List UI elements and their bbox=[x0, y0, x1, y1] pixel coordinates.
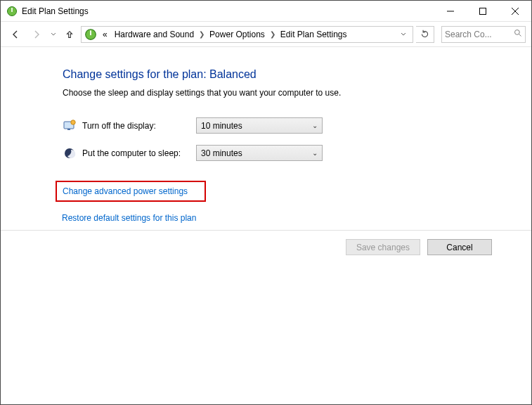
search-icon bbox=[514, 29, 522, 39]
svg-rect-11 bbox=[67, 129, 70, 130]
svg-rect-3 bbox=[480, 8, 486, 15]
power-options-icon bbox=[6, 6, 18, 17]
page-subtext: Choose the sleep and display settings th… bbox=[63, 88, 531, 98]
svg-line-9 bbox=[519, 34, 521, 37]
display-timeout-select[interactable]: 10 minutes ⌄ bbox=[196, 117, 323, 134]
chevron-down-icon: ⌄ bbox=[312, 122, 318, 129]
window-controls bbox=[434, 1, 531, 21]
close-button[interactable] bbox=[499, 1, 531, 22]
address-bar[interactable]: « Hardware and Sound ❯ Power Options ❯ E… bbox=[81, 26, 413, 43]
search-placeholder: Search Co... bbox=[445, 30, 514, 39]
breadcrumb-item[interactable]: Hardware and Sound bbox=[112, 27, 197, 42]
search-input[interactable]: Search Co... bbox=[441, 26, 526, 43]
display-label: Turn off the display: bbox=[82, 121, 196, 131]
refresh-button[interactable] bbox=[416, 26, 434, 43]
svg-rect-7 bbox=[90, 30, 91, 35]
setting-row-sleep: Put the computer to sleep: 30 minutes ⌄ bbox=[63, 145, 531, 161]
power-options-icon bbox=[84, 28, 97, 41]
display-icon bbox=[63, 119, 77, 133]
sleep-timeout-select[interactable]: 30 minutes ⌄ bbox=[196, 145, 323, 161]
cancel-button[interactable]: Cancel bbox=[427, 239, 492, 255]
sleep-timeout-value: 30 minutes bbox=[201, 148, 242, 158]
maximize-button[interactable] bbox=[467, 1, 499, 22]
save-button: Save changes bbox=[346, 239, 420, 255]
svg-point-8 bbox=[515, 30, 520, 35]
content-area: Change settings for the plan: Balanced C… bbox=[1, 47, 531, 223]
links-section: Change advanced power settings Restore d… bbox=[63, 181, 531, 223]
restore-defaults-link[interactable]: Restore default settings for this plan bbox=[62, 213, 196, 223]
chevron-right-icon[interactable]: ❯ bbox=[269, 30, 276, 38]
address-dropdown-button[interactable] bbox=[396, 27, 411, 42]
sleep-label: Put the computer to sleep: bbox=[82, 148, 196, 158]
display-timeout-value: 10 minutes bbox=[201, 121, 242, 131]
window-title: Edit Plan Settings bbox=[22, 6, 89, 16]
back-button[interactable] bbox=[6, 25, 25, 44]
breadcrumb-prefix[interactable]: « bbox=[100, 27, 110, 42]
svg-rect-1 bbox=[11, 8, 13, 12]
page-heading: Change settings for the plan: Balanced bbox=[63, 68, 531, 81]
chevron-right-icon[interactable]: ❯ bbox=[198, 30, 205, 38]
breadcrumb-item[interactable]: Edit Plan Settings bbox=[278, 27, 350, 42]
navbar: « Hardware and Sound ❯ Power Options ❯ E… bbox=[1, 22, 531, 47]
chevron-down-icon: ⌄ bbox=[312, 149, 318, 157]
up-button[interactable] bbox=[61, 25, 78, 44]
footer: Save changes Cancel bbox=[1, 230, 531, 264]
svg-point-12 bbox=[71, 120, 75, 124]
minimize-button[interactable] bbox=[434, 1, 467, 22]
forward-button[interactable] bbox=[27, 25, 46, 44]
titlebar: Edit Plan Settings bbox=[1, 1, 531, 22]
advanced-power-settings-link[interactable]: Change advanced power settings bbox=[56, 181, 206, 202]
recent-locations-button[interactable] bbox=[48, 25, 58, 44]
sleep-icon bbox=[63, 146, 77, 160]
setting-row-display: Turn off the display: 10 minutes ⌄ bbox=[63, 117, 531, 134]
breadcrumb-item[interactable]: Power Options bbox=[207, 27, 268, 42]
